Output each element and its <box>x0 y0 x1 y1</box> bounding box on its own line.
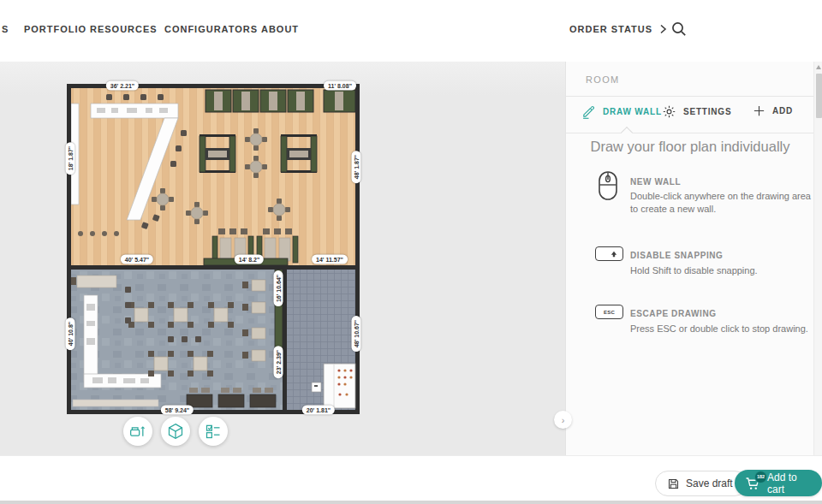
dimension-label: 11' 8.08" <box>324 81 356 91</box>
order-status-label: ORDER STATUS <box>569 24 652 34</box>
add-to-cart-label: Add to cart <box>767 471 809 495</box>
tab-draw-wall[interactable]: DRAW WALL <box>581 104 662 119</box>
room-panel: ROOM DRAW WALL SETTINGS ADD Draw y <box>565 62 814 455</box>
search-icon[interactable] <box>670 21 688 38</box>
dimension-label: 18' 1.87" <box>66 142 75 175</box>
divider <box>566 96 814 97</box>
esc-key-label: ESC <box>604 310 615 315</box>
floor-plan[interactable]: 36' 2.21" 11' 8.08" 18' 1.87" 40' 10.8" … <box>67 81 360 417</box>
tab-add[interactable]: ADD <box>753 104 793 117</box>
tab-settings[interactable]: SETTINGS <box>662 104 731 119</box>
tab-add-label: ADD <box>772 106 793 116</box>
panel-title: ROOM <box>586 74 620 85</box>
order-status-link[interactable]: ORDER STATUS <box>569 24 667 34</box>
dimension-label: 23' 2.39" <box>274 346 283 378</box>
active-tab-notch <box>621 127 633 139</box>
shift-key-icon <box>595 246 623 261</box>
dimension-label: 14' 8.2" <box>235 255 264 264</box>
bottom-strip <box>0 501 822 504</box>
tab-settings-label: SETTINGS <box>683 107 731 116</box>
three-d-view-button[interactable] <box>161 417 190 446</box>
gear-icon <box>662 104 676 119</box>
instruction-title: DISABLE SNAPPING <box>630 251 724 260</box>
checklist-icon <box>205 423 222 440</box>
dimension-label: 20' 1.81" <box>302 406 335 415</box>
divider <box>566 133 814 133</box>
nav-item-configurators[interactable]: CONFIGURATORS <box>164 24 258 34</box>
pencil-icon <box>581 104 596 119</box>
panel-collapse-toggle[interactable]: › <box>554 411 572 429</box>
instruction-title: ESCAPE DRAWING <box>630 309 717 318</box>
esc-key-icon: ESC <box>595 305 623 319</box>
save-draft-button[interactable]: Save draft <box>655 471 748 496</box>
item-list-button[interactable] <box>199 417 228 446</box>
plus-icon <box>753 104 765 117</box>
furniture-view-button[interactable] <box>123 417 152 446</box>
mouse-icon <box>599 171 617 200</box>
top-nav-bar: S PORTFOLIO RESOURCES CONFIGURATORS ABOU… <box>0 0 822 62</box>
tab-draw-wall-label: DRAW WALL <box>603 107 662 116</box>
instruction-body: Double-click anywhere on the drawing are… <box>630 190 817 216</box>
dimension-label: 36' 2.21" <box>106 81 139 91</box>
dimension-label: 40' 5.47" <box>121 255 153 264</box>
nav-item-truncated[interactable]: S <box>2 24 9 34</box>
instruction-body: Press ESC or double click to stop drawin… <box>630 323 817 335</box>
nav-item-resources[interactable]: RESOURCES <box>90 24 158 34</box>
furniture-icon <box>129 423 146 440</box>
panel-scrollbar[interactable] <box>813 62 822 455</box>
main-area: 36' 2.21" 11' 8.08" 18' 1.87" 40' 10.8" … <box>0 62 822 455</box>
drawing-canvas[interactable]: 36' 2.21" 11' 8.08" 18' 1.87" 40' 10.8" … <box>0 62 565 455</box>
nav-item-portfolio[interactable]: PORTFOLIO <box>24 24 86 34</box>
panel-heading: Draw your floor plan individually <box>566 139 814 155</box>
instruction-body: Hold Shift to disable snapping. <box>630 264 817 277</box>
dimension-label: 40' 10.8" <box>66 317 75 350</box>
dimension-label: 48' 10.67" <box>352 316 361 352</box>
dimension-label: 58' 9.24" <box>161 406 194 415</box>
action-bar: Save draft 182 Add to cart <box>0 455 822 501</box>
dimension-label: 16' 10.64" <box>274 270 283 306</box>
chevron-right-icon <box>659 24 667 34</box>
floor-plan-graphic <box>67 81 360 417</box>
save-draft-label: Save draft <box>686 477 733 489</box>
dimension-label: 14' 11.57" <box>312 255 348 264</box>
cart-count-badge: 182 <box>754 471 767 483</box>
instruction-title: NEW WALL <box>630 177 681 187</box>
booth-row-top <box>206 90 355 112</box>
scrollbar-up-arrow[interactable] <box>816 65 821 69</box>
scrollbar-thumb[interactable] <box>816 74 822 118</box>
save-icon <box>667 477 680 490</box>
add-to-cart-button[interactable]: 182 Add to cart <box>735 470 822 496</box>
nav-item-about[interactable]: ABOUT <box>261 24 299 34</box>
dimension-label: 48' 1.87" <box>352 151 361 183</box>
cube-3d-icon <box>167 423 184 440</box>
